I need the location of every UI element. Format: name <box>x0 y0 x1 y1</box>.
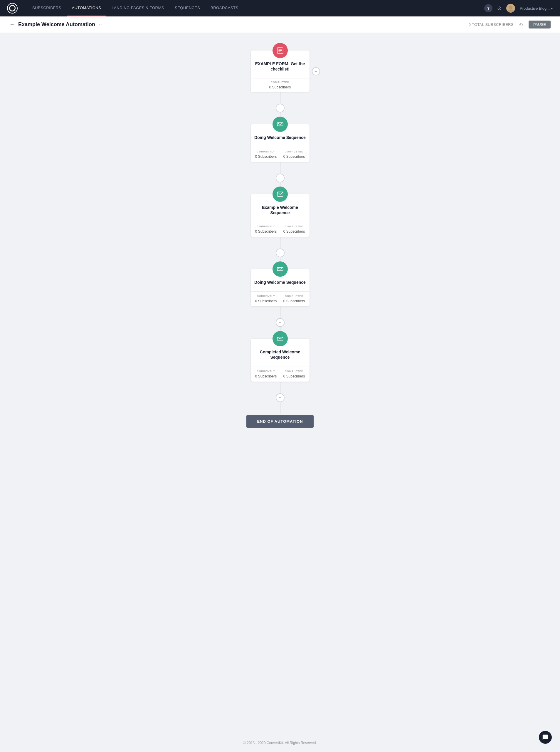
back-button[interactable]: ← <box>9 21 15 27</box>
svg-point-0 <box>509 5 513 9</box>
chat-bubble[interactable] <box>539 731 552 744</box>
user-menu[interactable]: Productive Blog... ▾ <box>520 6 553 11</box>
plus-button-2[interactable]: + <box>276 174 284 182</box>
subheader-right: 0 TOTAL SUBSCRIBERS ⎋ PAUSE <box>469 21 551 28</box>
nav-sequences[interactable]: Sequences <box>169 0 205 17</box>
doing-seq-1-title: Doing Welcome Sequence <box>254 135 306 140</box>
form-stat-label: COMPLETED <box>251 81 309 84</box>
doing-seq-2-icon <box>273 261 288 277</box>
doing-seq-2-title: Doing Welcome Sequence <box>254 280 306 285</box>
doing-seq-1-stats: CURRENTLY 0 Subscribers COMPLETED 0 Subs… <box>251 147 309 162</box>
nav-links: Subscribers Automations Landing Pages & … <box>27 0 475 17</box>
doing-seq-1-icon <box>273 117 288 132</box>
form-icon <box>273 43 288 58</box>
nav-landing-pages[interactable]: Landing Pages & Forms <box>106 0 169 17</box>
example-seq-stat-completed: COMPLETED 0 Subscribers <box>281 225 307 234</box>
doing-seq-2-stat-completed: COMPLETED 0 Subscribers <box>281 295 307 303</box>
connector-5 <box>280 237 280 249</box>
nav-subscribers[interactable]: Subscribers <box>27 0 67 17</box>
example-seq-stats: CURRENTLY 0 Subscribers COMPLETED 0 Subs… <box>251 222 309 237</box>
footer: © 2013 - 2020 ConvertKit. All Rights Res… <box>0 734 560 752</box>
form-card-stats: COMPLETED 0 Subscribers <box>251 78 309 92</box>
doing-seq-2-card[interactable]: Doing Welcome Sequence CURRENTLY 0 Subsc… <box>251 269 309 306</box>
side-plus-button[interactable]: + <box>312 67 320 76</box>
edit-icon[interactable]: ✏ <box>99 22 102 27</box>
completed-seq-wrapper: Completed Welcome Sequence CURRENTLY 0 S… <box>251 339 309 381</box>
completed-seq-stat-completed: COMPLETED 0 Subscribers <box>281 370 307 379</box>
nav-automations[interactable]: Automations <box>67 0 106 17</box>
plus-button-1[interactable]: + <box>276 104 284 113</box>
example-seq-card[interactable]: Example Welcome Sequence CURRENTLY 0 Sub… <box>251 194 309 237</box>
completed-seq-stat-current: CURRENTLY 0 Subscribers <box>253 370 279 379</box>
plus-button-4[interactable]: + <box>276 318 284 327</box>
share-icon[interactable]: ⎋ <box>519 21 523 27</box>
svg-point-1 <box>508 9 514 13</box>
automation-canvas: EXAMPLE FORM: Get the checklist! COMPLET… <box>0 33 560 738</box>
subheader: ← Example Welcome Automation ✏ 0 TOTAL S… <box>0 17 560 33</box>
example-seq-title: Example Welcome Sequence <box>254 205 306 215</box>
main-nav: Subscribers Automations Landing Pages & … <box>0 0 560 17</box>
footer-text: © 2013 - 2020 ConvertKit. All Rights Res… <box>243 741 317 745</box>
completed-seq-icon <box>273 331 288 346</box>
connector-3 <box>280 162 280 174</box>
form-stat-value: 0 Subscribers <box>269 85 291 89</box>
form-card-title: EXAMPLE FORM: Get the checklist! <box>254 61 306 72</box>
connector-1 <box>280 92 280 104</box>
nav-broadcasts[interactable]: Broadcasts <box>205 0 244 17</box>
total-subscribers: 0 TOTAL SUBSCRIBERS <box>469 22 514 27</box>
doing-seq-2-stats: CURRENTLY 0 Subscribers COMPLETED 0 Subs… <box>251 292 309 306</box>
completed-seq-card[interactable]: Completed Welcome Sequence CURRENTLY 0 S… <box>251 339 309 381</box>
nav-right: ? ⊙ Productive Blog... ▾ <box>484 4 553 13</box>
doing-seq-1-stat-current: CURRENTLY 0 Subscribers <box>253 150 279 159</box>
pause-button[interactable]: PAUSE <box>528 21 551 28</box>
avatar <box>506 4 515 13</box>
connector-7 <box>280 306 280 318</box>
plus-button-5[interactable]: + <box>276 393 284 402</box>
page-title: Example Welcome Automation <box>18 21 95 27</box>
example-seq-icon <box>273 186 288 202</box>
form-card-wrapper: EXAMPLE FORM: Get the checklist! COMPLET… <box>251 51 309 92</box>
doing-seq-1-card[interactable]: Doing Welcome Sequence CURRENTLY 0 Subsc… <box>251 124 309 162</box>
completed-seq-stats: CURRENTLY 0 Subscribers COMPLETED 0 Subs… <box>251 367 309 381</box>
doing-seq-2-wrapper: Doing Welcome Sequence CURRENTLY 0 Subsc… <box>251 269 309 306</box>
subheader-left: ← Example Welcome Automation ✏ <box>9 21 102 27</box>
completed-seq-title: Completed Welcome Sequence <box>254 349 306 360</box>
connector-10 <box>280 402 280 414</box>
example-seq-stat-current: CURRENTLY 0 Subscribers <box>253 225 279 234</box>
plus-button-3[interactable]: + <box>276 249 284 257</box>
logo[interactable] <box>7 3 18 14</box>
example-seq-wrapper: Example Welcome Sequence CURRENTLY 0 Sub… <box>251 194 309 237</box>
end-automation-button[interactable]: END OF AUTOMATION <box>246 415 313 428</box>
search-icon[interactable]: ⊙ <box>497 5 502 12</box>
doing-seq-2-stat-current: CURRENTLY 0 Subscribers <box>253 295 279 303</box>
help-button[interactable]: ? <box>484 4 493 12</box>
doing-seq-1-stat-completed: COMPLETED 0 Subscribers <box>281 150 307 159</box>
connector-9 <box>280 381 280 393</box>
doing-seq-1-wrapper: Doing Welcome Sequence CURRENTLY 0 Subsc… <box>251 124 309 162</box>
flow: EXAMPLE FORM: Get the checklist! COMPLET… <box>0 51 560 428</box>
form-card[interactable]: EXAMPLE FORM: Get the checklist! COMPLET… <box>251 51 309 92</box>
